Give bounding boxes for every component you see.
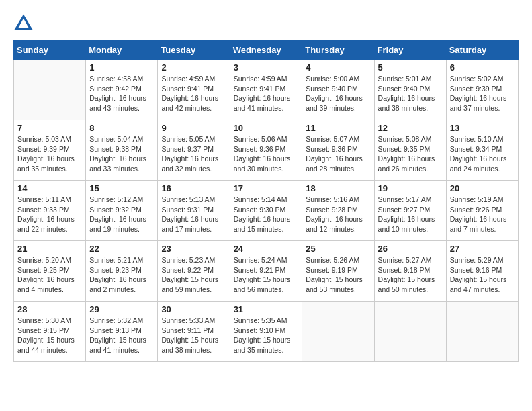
calendar-cell: 27Sunrise: 5:29 AM Sunset: 9:16 PM Dayli… bbox=[446, 241, 518, 302]
day-info: Sunrise: 5:17 AM Sunset: 9:27 PM Dayligh… bbox=[378, 195, 443, 234]
day-info: Sunrise: 5:32 AM Sunset: 9:13 PM Dayligh… bbox=[89, 316, 154, 355]
calendar-week-1: 1Sunrise: 4:58 AM Sunset: 9:42 PM Daylig… bbox=[14, 60, 519, 120]
calendar-header-friday: Friday bbox=[374, 41, 446, 60]
day-info: Sunrise: 5:24 AM Sunset: 9:21 PM Dayligh… bbox=[234, 255, 299, 295]
day-number: 26 bbox=[378, 244, 443, 254]
day-number: 22 bbox=[89, 244, 154, 254]
calendar-cell: 23Sunrise: 5:23 AM Sunset: 9:22 PM Dayli… bbox=[158, 241, 230, 302]
day-info: Sunrise: 5:27 AM Sunset: 9:18 PM Dayligh… bbox=[378, 255, 443, 295]
calendar-cell: 28Sunrise: 5:30 AM Sunset: 9:15 PM Dayli… bbox=[14, 302, 86, 362]
day-info: Sunrise: 5:00 AM Sunset: 9:40 PM Dayligh… bbox=[306, 74, 370, 113]
day-info: Sunrise: 5:16 AM Sunset: 9:28 PM Dayligh… bbox=[306, 195, 370, 234]
day-info: Sunrise: 5:35 AM Sunset: 9:10 PM Dayligh… bbox=[234, 316, 299, 355]
calendar-header-monday: Monday bbox=[86, 41, 158, 60]
calendar-cell: 4Sunrise: 5:00 AM Sunset: 9:40 PM Daylig… bbox=[302, 60, 374, 120]
day-number: 2 bbox=[161, 62, 226, 73]
calendar-week-4: 21Sunrise: 5:20 AM Sunset: 9:25 PM Dayli… bbox=[14, 241, 519, 302]
calendar-cell: 31Sunrise: 5:35 AM Sunset: 9:10 PM Dayli… bbox=[230, 302, 302, 362]
calendar-cell: 10Sunrise: 5:06 AM Sunset: 9:36 PM Dayli… bbox=[230, 120, 302, 181]
day-number: 21 bbox=[17, 244, 82, 254]
calendar-cell: 8Sunrise: 5:04 AM Sunset: 9:38 PM Daylig… bbox=[86, 120, 158, 181]
calendar-header-row: SundayMondayTuesdayWednesdayThursdayFrid… bbox=[14, 41, 519, 60]
calendar-week-5: 28Sunrise: 5:30 AM Sunset: 9:15 PM Dayli… bbox=[14, 302, 519, 362]
day-number: 19 bbox=[378, 183, 443, 193]
day-info: Sunrise: 5:20 AM Sunset: 9:25 PM Dayligh… bbox=[17, 255, 82, 295]
calendar-cell: 14Sunrise: 5:11 AM Sunset: 9:33 PM Dayli… bbox=[14, 181, 86, 241]
calendar-cell: 19Sunrise: 5:17 AM Sunset: 9:27 PM Dayli… bbox=[374, 181, 446, 241]
day-number: 12 bbox=[378, 123, 443, 133]
calendar-table: SundayMondayTuesdayWednesdayThursdayFrid… bbox=[13, 40, 519, 362]
day-number: 11 bbox=[306, 123, 370, 133]
calendar-cell: 29Sunrise: 5:32 AM Sunset: 9:13 PM Dayli… bbox=[86, 302, 158, 362]
calendar-week-2: 7Sunrise: 5:03 AM Sunset: 9:39 PM Daylig… bbox=[14, 120, 519, 181]
day-number: 1 bbox=[89, 62, 154, 73]
calendar-cell: 5Sunrise: 5:01 AM Sunset: 9:40 PM Daylig… bbox=[374, 60, 446, 120]
calendar-cell bbox=[446, 302, 518, 362]
calendar-cell bbox=[374, 302, 446, 362]
calendar-cell: 9Sunrise: 5:05 AM Sunset: 9:37 PM Daylig… bbox=[158, 120, 230, 181]
day-info: Sunrise: 5:02 AM Sunset: 9:39 PM Dayligh… bbox=[450, 74, 515, 113]
calendar-cell: 7Sunrise: 5:03 AM Sunset: 9:39 PM Daylig… bbox=[14, 120, 86, 181]
day-info: Sunrise: 5:05 AM Sunset: 9:37 PM Dayligh… bbox=[161, 134, 226, 174]
day-info: Sunrise: 5:12 AM Sunset: 9:32 PM Dayligh… bbox=[89, 195, 154, 234]
logo bbox=[13, 13, 36, 34]
calendar-cell: 11Sunrise: 5:07 AM Sunset: 9:36 PM Dayli… bbox=[302, 120, 374, 181]
calendar-cell: 17Sunrise: 5:14 AM Sunset: 9:30 PM Dayli… bbox=[230, 181, 302, 241]
day-number: 3 bbox=[234, 62, 299, 73]
day-info: Sunrise: 5:03 AM Sunset: 9:39 PM Dayligh… bbox=[17, 134, 82, 174]
calendar-cell: 1Sunrise: 4:58 AM Sunset: 9:42 PM Daylig… bbox=[86, 60, 158, 120]
day-info: Sunrise: 5:23 AM Sunset: 9:22 PM Dayligh… bbox=[161, 255, 226, 295]
day-info: Sunrise: 5:06 AM Sunset: 9:36 PM Dayligh… bbox=[234, 134, 299, 174]
calendar-header-wednesday: Wednesday bbox=[230, 41, 302, 60]
calendar-header-thursday: Thursday bbox=[302, 41, 374, 60]
calendar-cell bbox=[14, 60, 86, 120]
calendar-cell: 24Sunrise: 5:24 AM Sunset: 9:21 PM Dayli… bbox=[230, 241, 302, 302]
calendar-cell: 3Sunrise: 4:59 AM Sunset: 9:41 PM Daylig… bbox=[230, 60, 302, 120]
day-number: 9 bbox=[161, 123, 226, 133]
calendar-header-saturday: Saturday bbox=[446, 41, 518, 60]
day-number: 17 bbox=[234, 183, 299, 193]
day-info: Sunrise: 4:59 AM Sunset: 9:41 PM Dayligh… bbox=[234, 74, 299, 113]
calendar-cell bbox=[302, 302, 374, 362]
calendar-cell: 2Sunrise: 4:59 AM Sunset: 9:41 PM Daylig… bbox=[158, 60, 230, 120]
day-info: Sunrise: 5:14 AM Sunset: 9:30 PM Dayligh… bbox=[234, 195, 299, 234]
page-header bbox=[13, 13, 519, 34]
day-info: Sunrise: 5:29 AM Sunset: 9:16 PM Dayligh… bbox=[450, 255, 515, 295]
calendar-cell: 26Sunrise: 5:27 AM Sunset: 9:18 PM Dayli… bbox=[374, 241, 446, 302]
day-info: Sunrise: 5:11 AM Sunset: 9:33 PM Dayligh… bbox=[17, 195, 82, 234]
calendar-header-tuesday: Tuesday bbox=[158, 41, 230, 60]
day-number: 16 bbox=[161, 183, 226, 193]
day-number: 27 bbox=[450, 244, 515, 254]
calendar-cell: 22Sunrise: 5:21 AM Sunset: 9:23 PM Dayli… bbox=[86, 241, 158, 302]
day-info: Sunrise: 5:21 AM Sunset: 9:23 PM Dayligh… bbox=[89, 255, 154, 295]
day-info: Sunrise: 5:08 AM Sunset: 9:35 PM Dayligh… bbox=[378, 134, 443, 174]
day-number: 25 bbox=[306, 244, 370, 254]
day-number: 13 bbox=[450, 123, 515, 133]
day-info: Sunrise: 5:13 AM Sunset: 9:31 PM Dayligh… bbox=[161, 195, 226, 234]
day-number: 4 bbox=[306, 62, 370, 73]
calendar-cell: 30Sunrise: 5:33 AM Sunset: 9:11 PM Dayli… bbox=[158, 302, 230, 362]
calendar-cell: 25Sunrise: 5:26 AM Sunset: 9:19 PM Dayli… bbox=[302, 241, 374, 302]
calendar-week-3: 14Sunrise: 5:11 AM Sunset: 9:33 PM Dayli… bbox=[14, 181, 519, 241]
day-info: Sunrise: 4:58 AM Sunset: 9:42 PM Dayligh… bbox=[89, 74, 154, 113]
calendar-cell: 20Sunrise: 5:19 AM Sunset: 9:26 PM Dayli… bbox=[446, 181, 518, 241]
day-number: 15 bbox=[89, 183, 154, 193]
logo-icon bbox=[13, 13, 34, 34]
calendar-cell: 15Sunrise: 5:12 AM Sunset: 9:32 PM Dayli… bbox=[86, 181, 158, 241]
day-number: 6 bbox=[450, 62, 515, 73]
day-number: 30 bbox=[161, 304, 226, 314]
day-info: Sunrise: 5:26 AM Sunset: 9:19 PM Dayligh… bbox=[306, 255, 370, 295]
day-info: Sunrise: 5:19 AM Sunset: 9:26 PM Dayligh… bbox=[450, 195, 515, 234]
day-number: 28 bbox=[17, 304, 82, 314]
day-number: 31 bbox=[234, 304, 299, 314]
day-info: Sunrise: 4:59 AM Sunset: 9:41 PM Dayligh… bbox=[161, 74, 226, 113]
calendar-cell: 12Sunrise: 5:08 AM Sunset: 9:35 PM Dayli… bbox=[374, 120, 446, 181]
day-number: 18 bbox=[306, 183, 370, 193]
calendar-cell: 21Sunrise: 5:20 AM Sunset: 9:25 PM Dayli… bbox=[14, 241, 86, 302]
day-info: Sunrise: 5:33 AM Sunset: 9:11 PM Dayligh… bbox=[161, 316, 226, 355]
day-info: Sunrise: 5:10 AM Sunset: 9:34 PM Dayligh… bbox=[450, 134, 515, 174]
day-number: 7 bbox=[17, 123, 82, 133]
day-info: Sunrise: 5:07 AM Sunset: 9:36 PM Dayligh… bbox=[306, 134, 370, 174]
day-number: 23 bbox=[161, 244, 226, 254]
day-info: Sunrise: 5:04 AM Sunset: 9:38 PM Dayligh… bbox=[89, 134, 154, 174]
